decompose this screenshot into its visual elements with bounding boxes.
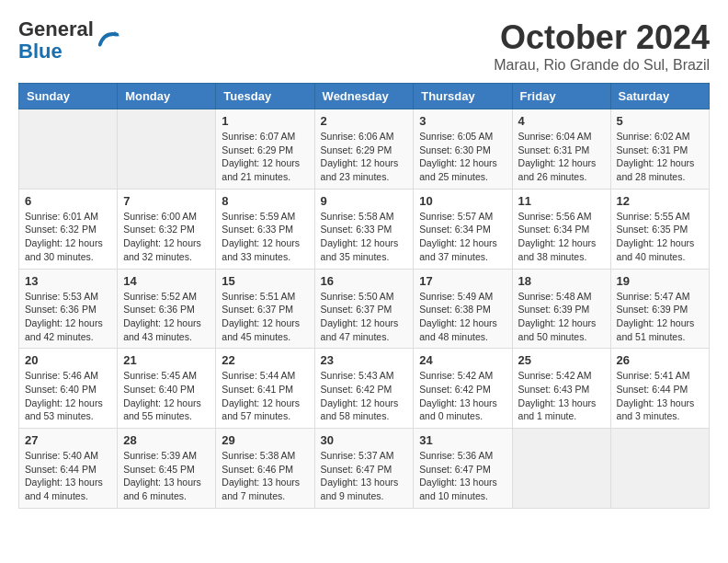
day-info: Sunrise: 5:46 AM Sunset: 6:40 PM Dayligh… bbox=[25, 369, 111, 423]
calendar-cell bbox=[610, 429, 709, 509]
calendar-cell: 8Sunrise: 5:59 AM Sunset: 6:33 PM Daylig… bbox=[216, 189, 314, 269]
calendar-week-row: 13Sunrise: 5:53 AM Sunset: 6:36 PM Dayli… bbox=[19, 269, 710, 349]
day-info: Sunrise: 6:07 AM Sunset: 6:29 PM Dayligh… bbox=[222, 130, 308, 184]
day-number: 21 bbox=[123, 353, 210, 367]
calendar-cell: 2Sunrise: 6:06 AM Sunset: 6:29 PM Daylig… bbox=[314, 109, 414, 190]
calendar-cell: 26Sunrise: 5:41 AM Sunset: 6:44 PM Dayli… bbox=[610, 349, 709, 429]
calendar-cell: 22Sunrise: 5:44 AM Sunset: 6:41 PM Dayli… bbox=[216, 349, 314, 429]
col-header-saturday: Saturday bbox=[610, 84, 709, 109]
day-info: Sunrise: 5:47 AM Sunset: 6:39 PM Dayligh… bbox=[617, 290, 703, 344]
day-info: Sunrise: 6:05 AM Sunset: 6:30 PM Dayligh… bbox=[419, 130, 506, 184]
calendar-cell: 29Sunrise: 5:38 AM Sunset: 6:46 PM Dayli… bbox=[216, 429, 314, 509]
calendar-cell: 7Sunrise: 6:00 AM Sunset: 6:32 PM Daylig… bbox=[118, 189, 216, 269]
calendar-cell bbox=[118, 109, 216, 190]
calendar-cell: 9Sunrise: 5:58 AM Sunset: 6:33 PM Daylig… bbox=[314, 189, 414, 269]
calendar-cell: 18Sunrise: 5:48 AM Sunset: 6:39 PM Dayli… bbox=[512, 269, 610, 349]
day-number: 5 bbox=[617, 114, 703, 128]
calendar-cell: 27Sunrise: 5:40 AM Sunset: 6:44 PM Dayli… bbox=[19, 429, 118, 509]
day-info: Sunrise: 6:00 AM Sunset: 6:32 PM Dayligh… bbox=[123, 210, 210, 264]
calendar-cell bbox=[512, 429, 610, 509]
day-number: 6 bbox=[25, 194, 111, 208]
day-info: Sunrise: 5:52 AM Sunset: 6:36 PM Dayligh… bbox=[123, 290, 210, 344]
calendar-cell: 15Sunrise: 5:51 AM Sunset: 6:37 PM Dayli… bbox=[216, 269, 314, 349]
logo-general: General bbox=[18, 17, 94, 40]
page-header: General Blue October 2024 Marau, Rio Gra… bbox=[18, 18, 710, 74]
day-number: 16 bbox=[321, 274, 408, 288]
calendar-cell: 6Sunrise: 6:01 AM Sunset: 6:32 PM Daylig… bbox=[19, 189, 118, 269]
day-info: Sunrise: 5:38 AM Sunset: 6:46 PM Dayligh… bbox=[222, 449, 308, 503]
day-info: Sunrise: 5:37 AM Sunset: 6:47 PM Dayligh… bbox=[321, 449, 408, 503]
day-number: 20 bbox=[25, 353, 111, 367]
day-number: 3 bbox=[419, 114, 506, 128]
day-number: 13 bbox=[25, 274, 111, 288]
day-number: 23 bbox=[321, 353, 408, 367]
day-info: Sunrise: 5:57 AM Sunset: 6:34 PM Dayligh… bbox=[419, 210, 506, 264]
col-header-tuesday: Tuesday bbox=[216, 84, 314, 109]
day-number: 12 bbox=[617, 194, 703, 208]
day-info: Sunrise: 5:42 AM Sunset: 6:43 PM Dayligh… bbox=[518, 369, 605, 423]
day-info: Sunrise: 5:49 AM Sunset: 6:38 PM Dayligh… bbox=[419, 290, 506, 344]
page-title: October 2024 bbox=[494, 18, 710, 57]
calendar-cell: 19Sunrise: 5:47 AM Sunset: 6:39 PM Dayli… bbox=[610, 269, 709, 349]
calendar-cell: 10Sunrise: 5:57 AM Sunset: 6:34 PM Dayli… bbox=[414, 189, 512, 269]
day-number: 7 bbox=[123, 194, 210, 208]
day-number: 10 bbox=[419, 194, 506, 208]
col-header-monday: Monday bbox=[118, 84, 216, 109]
calendar-cell: 17Sunrise: 5:49 AM Sunset: 6:38 PM Dayli… bbox=[414, 269, 512, 349]
calendar-cell bbox=[19, 109, 118, 190]
calendar-week-row: 6Sunrise: 6:01 AM Sunset: 6:32 PM Daylig… bbox=[19, 189, 710, 269]
logo-blue: Blue bbox=[18, 40, 63, 63]
day-number: 29 bbox=[222, 433, 308, 447]
day-info: Sunrise: 6:04 AM Sunset: 6:31 PM Dayligh… bbox=[518, 130, 605, 184]
calendar-cell: 21Sunrise: 5:45 AM Sunset: 6:40 PM Dayli… bbox=[118, 349, 216, 429]
day-info: Sunrise: 5:51 AM Sunset: 6:37 PM Dayligh… bbox=[222, 290, 308, 344]
day-info: Sunrise: 6:06 AM Sunset: 6:29 PM Dayligh… bbox=[321, 130, 408, 184]
day-info: Sunrise: 5:45 AM Sunset: 6:40 PM Dayligh… bbox=[123, 369, 210, 423]
day-number: 17 bbox=[419, 274, 506, 288]
day-info: Sunrise: 5:53 AM Sunset: 6:36 PM Dayligh… bbox=[25, 290, 111, 344]
day-info: Sunrise: 5:59 AM Sunset: 6:33 PM Dayligh… bbox=[222, 210, 308, 264]
day-info: Sunrise: 5:50 AM Sunset: 6:37 PM Dayligh… bbox=[321, 290, 408, 344]
day-info: Sunrise: 5:39 AM Sunset: 6:45 PM Dayligh… bbox=[123, 449, 210, 503]
col-header-wednesday: Wednesday bbox=[314, 84, 414, 109]
calendar-cell: 4Sunrise: 6:04 AM Sunset: 6:31 PM Daylig… bbox=[512, 109, 610, 190]
page-subtitle: Marau, Rio Grande do Sul, Brazil bbox=[494, 57, 710, 74]
title-block: October 2024 Marau, Rio Grande do Sul, B… bbox=[494, 18, 710, 74]
day-info: Sunrise: 5:44 AM Sunset: 6:41 PM Dayligh… bbox=[222, 369, 308, 423]
day-number: 1 bbox=[222, 114, 308, 128]
day-number: 24 bbox=[419, 353, 506, 367]
day-number: 14 bbox=[123, 274, 210, 288]
day-number: 15 bbox=[222, 274, 308, 288]
calendar-cell: 3Sunrise: 6:05 AM Sunset: 6:30 PM Daylig… bbox=[414, 109, 512, 190]
day-number: 19 bbox=[617, 274, 703, 288]
day-number: 26 bbox=[617, 353, 703, 367]
day-info: Sunrise: 5:56 AM Sunset: 6:34 PM Dayligh… bbox=[518, 210, 605, 264]
day-info: Sunrise: 5:42 AM Sunset: 6:42 PM Dayligh… bbox=[419, 369, 506, 423]
day-info: Sunrise: 6:01 AM Sunset: 6:32 PM Dayligh… bbox=[25, 210, 111, 264]
calendar-cell: 23Sunrise: 5:43 AM Sunset: 6:42 PM Dayli… bbox=[314, 349, 414, 429]
calendar-week-row: 27Sunrise: 5:40 AM Sunset: 6:44 PM Dayli… bbox=[19, 429, 710, 509]
col-header-sunday: Sunday bbox=[19, 84, 118, 109]
day-number: 30 bbox=[321, 433, 408, 447]
calendar-cell: 13Sunrise: 5:53 AM Sunset: 6:36 PM Dayli… bbox=[19, 269, 118, 349]
day-info: Sunrise: 5:36 AM Sunset: 6:47 PM Dayligh… bbox=[419, 449, 506, 503]
day-number: 8 bbox=[222, 194, 308, 208]
day-number: 9 bbox=[321, 194, 408, 208]
day-number: 27 bbox=[25, 433, 111, 447]
calendar-cell: 31Sunrise: 5:36 AM Sunset: 6:47 PM Dayli… bbox=[414, 429, 512, 509]
day-number: 11 bbox=[518, 194, 605, 208]
day-number: 31 bbox=[419, 433, 506, 447]
day-info: Sunrise: 5:55 AM Sunset: 6:35 PM Dayligh… bbox=[617, 210, 703, 264]
day-number: 18 bbox=[518, 274, 605, 288]
day-info: Sunrise: 5:43 AM Sunset: 6:42 PM Dayligh… bbox=[321, 369, 408, 423]
col-header-friday: Friday bbox=[512, 84, 610, 109]
day-info: Sunrise: 5:40 AM Sunset: 6:44 PM Dayligh… bbox=[25, 449, 111, 503]
calendar-cell: 12Sunrise: 5:55 AM Sunset: 6:35 PM Dayli… bbox=[610, 189, 709, 269]
day-number: 25 bbox=[518, 353, 605, 367]
calendar-table: SundayMondayTuesdayWednesdayThursdayFrid… bbox=[18, 83, 710, 509]
svg-marker-0 bbox=[114, 31, 119, 37]
calendar-header-row: SundayMondayTuesdayWednesdayThursdayFrid… bbox=[19, 84, 710, 109]
day-number: 28 bbox=[123, 433, 210, 447]
day-info: Sunrise: 5:58 AM Sunset: 6:33 PM Dayligh… bbox=[321, 210, 408, 264]
calendar-cell: 16Sunrise: 5:50 AM Sunset: 6:37 PM Dayli… bbox=[314, 269, 414, 349]
